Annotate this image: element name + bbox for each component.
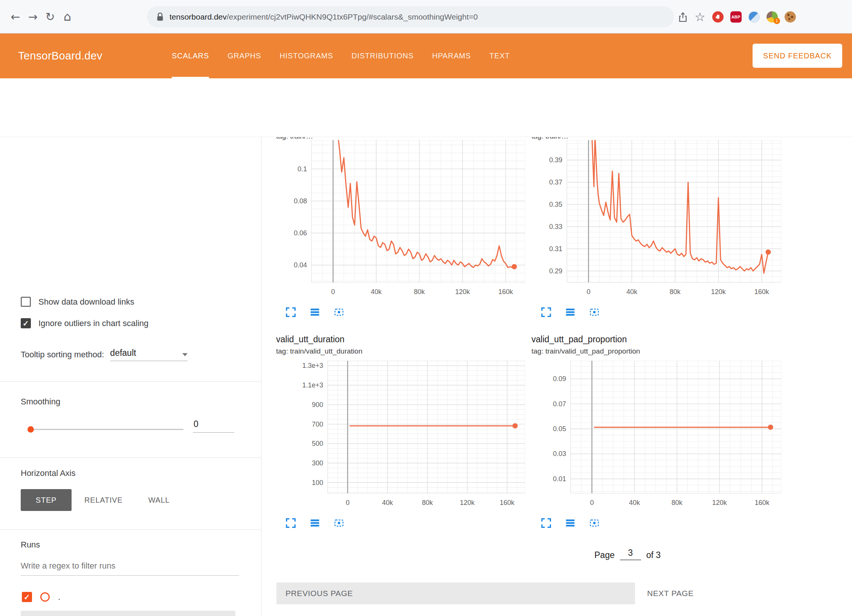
scalar-chart-0[interactable]: 040k80k120k160k0.040.060.080.1 [276,140,526,301]
tab-hparams[interactable]: HPARAMS [432,34,471,78]
chart-toolbar [285,517,526,529]
axis-step-button[interactable]: STEP [21,489,72,511]
svg-text:40k: 40k [382,499,393,506]
clipped-chart-tag: tag: train/… [276,137,526,140]
smoothing-slider[interactable] [28,426,183,432]
chart-toolbar [285,306,526,318]
bookmark-star-icon[interactable]: ☆ [695,10,705,24]
blue-extension-icon[interactable] [748,11,760,23]
slider-thumb[interactable] [27,426,34,433]
tab-text[interactable]: TEXT [489,34,510,78]
svg-text:80k: 80k [422,499,433,506]
chart-title: valid_utt_pad_proportion [531,334,782,345]
svg-text:0.29: 0.29 [549,267,562,275]
address-bar[interactable]: tensorboard.dev/experiment/cj2vtPiwQHKN9… [147,6,674,27]
page-number-input[interactable] [620,548,641,560]
axis-wall-button[interactable]: WALL [136,489,183,511]
tooltip-sorting-dropdown[interactable]: default [110,348,188,361]
reload-icon[interactable]: ↻ [41,10,59,23]
runs-filter-input[interactable] [21,559,239,576]
svg-text:0.05: 0.05 [553,425,566,433]
chart-tag: tag: train/valid_utt_duration [276,347,526,355]
nav-tabs: SCALARS GRAPHS HISTOGRAMS DISTRIBUTIONS … [172,34,510,78]
experiment-subheader: Crea LSTM transducer training for LibriS… [0,78,852,137]
chart-tag: tag: train/valid_utt_pad_proportion [531,347,782,355]
expand-chart-icon[interactable] [541,306,552,318]
app-header: TensorBoard.dev SCALARS GRAPHS HISTOGRAM… [0,34,852,78]
svg-text:40k: 40k [629,499,640,506]
settings-sidebar: Show data download links ✓ Ignore outlie… [0,137,261,616]
tab-distributions[interactable]: DISTRIBUTIONS [351,34,414,78]
scalar-chart-2[interactable]: 040k80k120k160k1003005007009001.1e+31.3e… [276,361,526,512]
svg-text:0.37: 0.37 [549,178,562,186]
adblock-extension-icon[interactable] [712,11,724,23]
run-color-swatch [40,592,50,602]
svg-text:0.35: 0.35 [549,201,562,208]
svg-text:700: 700 [312,421,323,428]
expand-chart-icon[interactable] [285,306,296,318]
svg-text:120k: 120k [712,499,727,506]
previous-page-button[interactable]: PREVIOUS PAGE [276,582,635,604]
home-icon[interactable]: ⌂ [59,9,76,24]
profile-avatar[interactable]: 1 [766,11,778,23]
fit-domain-icon[interactable] [333,306,345,318]
tab-scalars[interactable]: SCALARS [172,34,209,78]
svg-text:0.1: 0.1 [298,165,307,173]
svg-text:120k: 120k [460,499,475,506]
svg-text:500: 500 [312,440,323,447]
smoothing-value-input[interactable] [193,418,234,433]
toggle-y-axis-icon[interactable] [309,517,321,529]
toggle-y-axis-icon[interactable] [565,306,576,318]
chart-toolbar [541,517,782,529]
svg-text:0.06: 0.06 [294,229,307,237]
divider [0,529,261,530]
svg-text:40k: 40k [371,288,382,296]
avatar-badge: 1 [774,18,780,24]
svg-text:160k: 160k [498,288,513,296]
fit-domain-icon[interactable] [589,517,600,529]
tab-histograms[interactable]: HISTOGRAMS [279,34,333,78]
cookie-extension-icon[interactable] [785,11,796,23]
chevron-down-icon [182,353,188,356]
scalar-chart-1[interactable]: 040k80k120k160k0.290.310.330.350.370.39 [531,140,782,301]
fit-domain-icon[interactable] [333,517,345,529]
svg-text:900: 900 [312,401,323,409]
tab-graphs[interactable]: GRAPHS [228,34,261,78]
svg-text:80k: 80k [670,288,681,296]
ignore-outliers-label: Ignore outliers in chart scaling [38,319,148,328]
send-feedback-button[interactable]: SEND FEEDBACK [753,44,842,68]
lock-icon [156,12,164,22]
divider [0,457,261,458]
chart-row-bottom: valid_utt_duration tag: train/valid_utt_… [276,334,782,529]
chart-card: tag: train/… 040k80k120k160k0.290.310.33… [531,137,782,318]
forward-icon[interactable]: → [24,10,41,23]
svg-text:0.09: 0.09 [553,375,566,383]
scalar-chart-3[interactable]: 040k80k120k160k0.010.030.050.070.09 [531,361,782,512]
share-icon[interactable] [678,11,688,23]
axis-relative-button[interactable]: RELATIVE [72,489,136,511]
slider-track [28,429,183,430]
run-checkbox[interactable]: ✓ [22,592,32,602]
ignore-outliers-row: ✓ Ignore outliers in chart scaling [21,318,148,328]
svg-text:0.07: 0.07 [553,400,566,408]
abp-extension-icon[interactable]: ABP [730,11,742,23]
toggle-y-axis-icon[interactable] [565,517,576,529]
chart-title: valid_utt_duration [276,334,526,345]
fit-domain-icon[interactable] [589,306,600,318]
charts-panel: tag: train/… 040k80k120k160k0.040.060.08… [261,137,852,616]
toggle-all-runs-button[interactable]: TOGGLE ALL RUNS [21,611,235,616]
svg-text:160k: 160k [754,288,770,296]
next-page-button[interactable]: NEXT PAGE [647,582,694,604]
svg-text:100: 100 [312,479,323,486]
show-download-links-checkbox[interactable] [21,297,31,307]
ignore-outliers-checkbox[interactable]: ✓ [21,318,31,328]
svg-text:120k: 120k [455,288,470,296]
app-title: TensorBoard.dev [18,34,102,78]
svg-text:0.33: 0.33 [549,223,562,230]
svg-text:80k: 80k [414,288,425,296]
horizontal-axis-label: Horizontal Axis [21,468,76,478]
toggle-y-axis-icon[interactable] [309,306,321,318]
back-icon[interactable]: ← [7,10,24,23]
expand-chart-icon[interactable] [541,517,552,529]
expand-chart-icon[interactable] [285,517,296,529]
